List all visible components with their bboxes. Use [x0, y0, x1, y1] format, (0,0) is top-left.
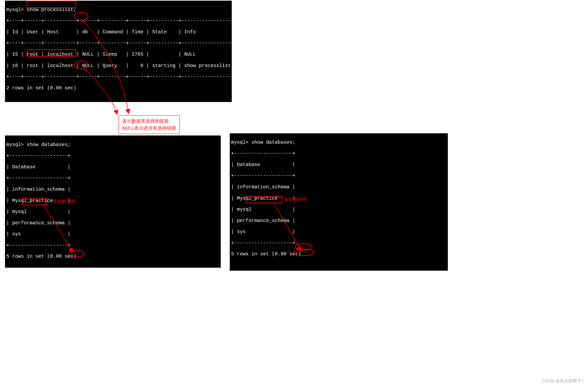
line: mysql> use sys; — [6, 276, 219, 282]
line: | mysql | — [6, 209, 219, 215]
line: | performance_schema | — [6, 220, 219, 226]
callout-line2: NULL表示还没有选择链接 — [122, 125, 176, 132]
line: mysql> show databases; — [6, 142, 219, 148]
line: Database changed — [6, 321, 219, 327]
line: +----+------+-----------+-------+-------… — [231, 341, 446, 347]
line: mysql> show databases; — [231, 140, 446, 145]
blank — [6, 310, 219, 315]
line: +--------------------+ — [231, 151, 446, 156]
line: +----+------+-----------+-------+-------… — [231, 363, 446, 369]
line: +--------------------+ — [231, 173, 446, 179]
line: You can turn off this feature to get a q… — [6, 299, 219, 304]
line: Reading table information for completion… — [6, 287, 219, 293]
line: | performance_schema | — [231, 218, 446, 224]
line: | information_schema | — [231, 184, 446, 190]
line: +--------------------+ — [6, 153, 219, 159]
terminal-bottom-left: mysql> show databases; +----------------… — [5, 135, 221, 268]
blank — [231, 307, 446, 313]
line: | sys | — [231, 229, 446, 235]
line: +----+------+-----------+------+--------… — [6, 40, 230, 46]
line: +----+------+-----------+------+--------… — [6, 343, 219, 349]
line: | Mysql_practice | — [231, 196, 446, 201]
line: Database changed — [231, 319, 446, 324]
line: | sys | — [6, 231, 219, 237]
line: mysql> show processlist; — [6, 332, 219, 338]
line: 5 rows in set (0.00 sec) — [231, 251, 446, 257]
line: +--------------------+ — [231, 240, 446, 246]
watermark-text: CSDN @暴走的橙子~ — [542, 378, 584, 384]
terminal-top: mysql> show processlist; +----+------+--… — [5, 1, 232, 102]
annotation-label: 连接数据库 — [53, 198, 76, 205]
terminal-bottom-right: mysql> show databases; +----------------… — [230, 133, 448, 271]
line: mysql> use mysql — [231, 274, 446, 280]
line: +----+------+-----------+------+--------… — [6, 18, 230, 24]
blank — [6, 265, 219, 271]
line: mysql> show processlist; — [231, 330, 446, 335]
callout-box: 表示数据库选择的链接 NULL表示还没有选择链接 — [119, 115, 180, 134]
line: +----+------+-----------+------+--------… — [6, 366, 219, 371]
line: 2 rows in set (0.00 sec) — [6, 85, 230, 91]
annotation-label: 连接数据库 — [284, 196, 307, 203]
line: Reading table information for completion… — [231, 285, 446, 291]
line: You can turn off this feature to get a q… — [231, 296, 446, 302]
blank — [6, 96, 230, 102]
callout-line1: 表示数据库选择的链接 — [122, 118, 176, 125]
line: | information_schema | — [6, 187, 219, 192]
line: mysql> show processlist; — [6, 108, 230, 113]
line: mysql> show processlist; — [6, 7, 230, 13]
line: | Id | User | Host | db | Command | Time… — [231, 352, 446, 358]
line: | Database | — [231, 162, 446, 168]
line: +--------------------+ — [6, 243, 219, 248]
line: +----+------+-----------+------+--------… — [6, 74, 230, 80]
line: | 15 | root | localhost | NULL | Sleep |… — [231, 375, 446, 380]
line: | 16 | root | localhost | NULL | Query |… — [6, 63, 230, 69]
line: | Id | User | Host | db | Command | Time… — [6, 29, 230, 35]
blank — [231, 263, 446, 268]
line: | 15 | root | localhost | NULL | Sleep |… — [6, 377, 219, 383]
line: +--------------------+ — [6, 175, 219, 181]
line: | 15 | root | localhost | NULL | Sleep |… — [6, 52, 230, 57]
line: 5 rows in set (0.00 sec) — [6, 254, 219, 259]
line: | Id | User | Host | db | Command | Time… — [6, 354, 219, 360]
line: | Mysql_practice | — [6, 198, 219, 204]
line: | Database | — [6, 164, 219, 170]
line: | mysql | — [231, 207, 446, 212]
